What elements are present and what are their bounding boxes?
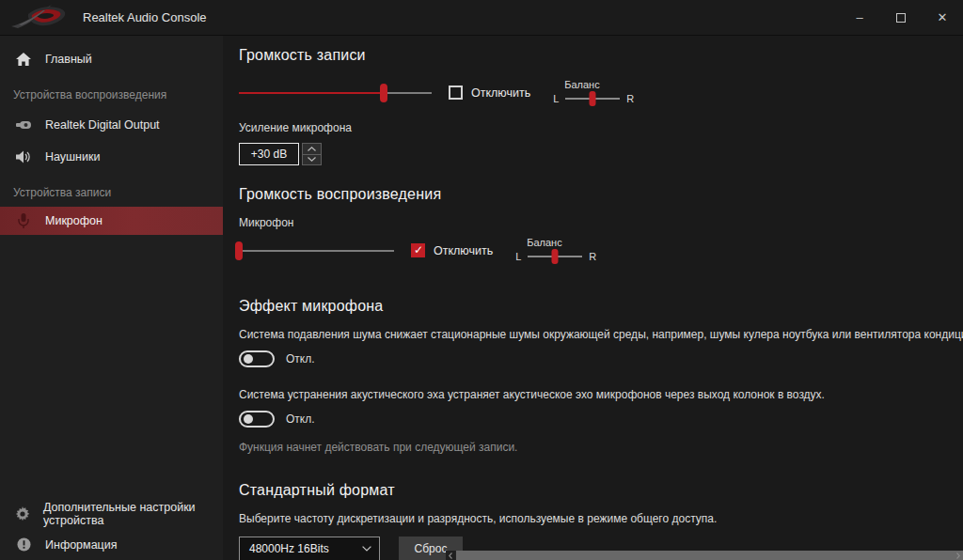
sidebar-item-device-advanced-settings[interactable]: Дополнительные настройки устройства xyxy=(0,498,223,529)
playback-volume-title: Громкость воспроизведения xyxy=(239,186,963,203)
info-icon xyxy=(15,537,32,553)
playback-balance: Баланс L R xyxy=(515,237,596,264)
sidebar-item-digital-output[interactable]: Realtek Digital Output xyxy=(0,109,223,141)
sidebar-spacer xyxy=(0,235,223,498)
echo-cancellation-state: Откл. xyxy=(286,412,315,426)
record-mute-label: Отключить xyxy=(471,86,530,100)
mic-boost-spinner: +30 dB xyxy=(239,143,963,165)
close-button[interactable]: ✕ xyxy=(922,0,963,35)
playback-device-label: Микрофон xyxy=(239,216,963,229)
slider-thumb[interactable] xyxy=(590,91,596,106)
horizontal-scrollbar[interactable] xyxy=(446,551,963,560)
effect-note: Функция начнет действовать при следующей… xyxy=(239,441,963,454)
microphone-icon xyxy=(15,212,32,229)
digital-output-icon xyxy=(15,117,32,133)
record-volume-title: Громкость записи xyxy=(239,47,963,64)
balance-right-label: R xyxy=(589,251,596,262)
chevron-up-icon xyxy=(308,147,316,151)
balance-right-label: R xyxy=(626,93,634,104)
noise-suppression-description: Система подавления шума снижает стациона… xyxy=(239,328,963,341)
balance-label: Баланс xyxy=(564,79,634,90)
balance-left-label: L xyxy=(515,251,521,262)
realtek-audio-console-window: Realtek Audio Console – ✕ Главный Устрой… xyxy=(0,0,963,560)
chevron-down-icon xyxy=(362,546,371,552)
record-balance-slider[interactable] xyxy=(565,91,620,106)
gear-icon xyxy=(15,506,30,522)
sidebar-item-home[interactable]: Главный xyxy=(0,43,223,75)
playback-mute-group: ✓ Отключить xyxy=(411,243,493,257)
sidebar-item-label: Realtek Digital Output xyxy=(45,118,160,132)
spin-down-button[interactable] xyxy=(303,154,321,165)
record-volume-slider[interactable] xyxy=(239,83,432,103)
slider-track xyxy=(239,250,394,252)
record-mute-checkbox[interactable]: ✓ xyxy=(449,86,463,100)
playback-mute-checkbox[interactable]: ✓ xyxy=(411,243,425,257)
sidebar-item-label: Главный xyxy=(45,53,92,66)
format-dropdown-value: 48000Hz 16Bits xyxy=(249,542,362,555)
default-format-description: Выберите частоту дискретизации и разрядн… xyxy=(239,512,963,525)
record-balance: Баланс L R xyxy=(553,79,634,106)
toggle-knob xyxy=(244,354,253,364)
check-icon: ✓ xyxy=(414,243,423,257)
sidebar: Главный Устройства воспроизведения Realt… xyxy=(0,36,223,560)
slider-thumb[interactable] xyxy=(235,241,243,260)
echo-cancellation-description: Система устранения акустического эха уст… xyxy=(239,388,963,401)
slider-fill xyxy=(239,92,384,94)
sidebar-item-label: Информация xyxy=(45,538,118,552)
playback-balance-slider[interactable] xyxy=(528,249,582,264)
balance-left-label: L xyxy=(553,93,559,104)
echo-cancellation-toggle[interactable] xyxy=(239,411,275,428)
rog-logo-icon xyxy=(9,3,70,33)
noise-suppression-toggle-row: Откл. xyxy=(239,350,963,367)
chevron-down-icon xyxy=(308,157,316,162)
sidebar-item-microphone[interactable]: Микрофон xyxy=(0,207,223,235)
sidebar-section-playback: Устройства воспроизведения xyxy=(0,75,223,109)
home-icon xyxy=(15,51,32,68)
slider-thumb[interactable] xyxy=(380,84,387,102)
app-title: Realtek Audio Console xyxy=(83,10,839,24)
playback-volume-slider[interactable] xyxy=(239,241,394,261)
format-dropdown[interactable]: 48000Hz 16Bits xyxy=(239,537,380,560)
title-bar: Realtek Audio Console – ✕ xyxy=(0,0,963,36)
sidebar-item-label: Дополнительные настройки устройства xyxy=(43,501,223,527)
maximize-button[interactable] xyxy=(880,0,922,35)
echo-cancellation-toggle-row: Откл. xyxy=(239,411,963,428)
mic-boost-label: Усиление микрофона xyxy=(239,121,963,134)
sidebar-item-information[interactable]: Информация xyxy=(0,529,223,560)
default-format-title: Стандартный формат xyxy=(239,482,963,499)
mic-effect-title: Эффект микрофона xyxy=(239,298,963,315)
balance-label: Баланс xyxy=(527,237,596,248)
playback-volume-row: ✓ Отключить Баланс L R xyxy=(239,237,963,264)
main-content: Громкость записи ✓ Отключить Баланс xyxy=(223,36,963,560)
sidebar-item-label: Микрофон xyxy=(45,214,103,227)
speaker-icon xyxy=(15,148,32,165)
record-mute-group: ✓ Отключить xyxy=(449,86,530,100)
sidebar-item-headphones[interactable]: Наушники xyxy=(0,141,223,173)
sidebar-item-label: Наушники xyxy=(45,150,100,163)
record-volume-row: ✓ Отключить Баланс L R xyxy=(239,79,963,106)
window-controls: – ✕ xyxy=(839,0,963,35)
noise-suppression-toggle[interactable] xyxy=(239,350,275,367)
scrollbar-thumb[interactable] xyxy=(456,551,963,560)
maximize-icon xyxy=(896,13,906,23)
scroll-left-icon[interactable] xyxy=(446,551,455,560)
spin-up-button[interactable] xyxy=(303,144,321,154)
noise-suppression-state: Откл. xyxy=(286,352,315,366)
mic-boost-spin-buttons xyxy=(302,143,322,165)
scroll-right-icon[interactable] xyxy=(954,551,963,560)
sidebar-section-recording: Устройства записи xyxy=(0,173,223,207)
slider-thumb[interactable] xyxy=(552,249,559,264)
toggle-knob xyxy=(244,414,253,424)
slider-track xyxy=(239,92,432,94)
playback-mute-label: Отключить xyxy=(434,244,493,257)
minimize-button[interactable]: – xyxy=(839,0,880,35)
mic-boost-value[interactable]: +30 dB xyxy=(239,143,299,165)
